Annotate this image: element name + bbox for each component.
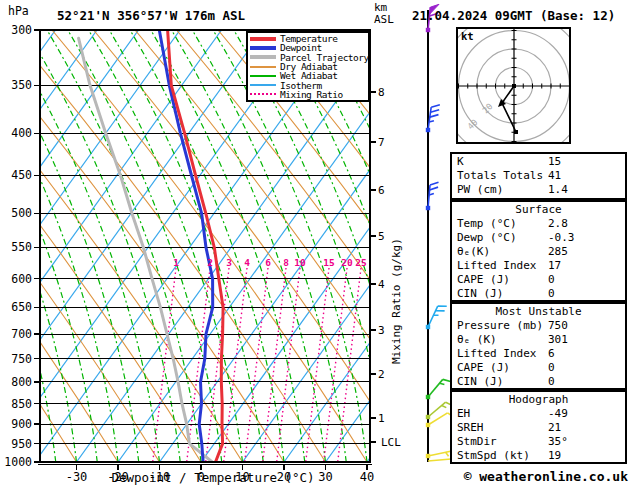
info-box-header: Hodograph [452,393,625,407]
legend-swatch-dry-adiabat [250,66,276,68]
legend-label: Wet Adiabat [280,71,337,80]
hodograph-unit-label: kt [461,30,474,42]
km-tick-label: 8 [378,86,385,99]
mixing-ratio-line [245,268,268,462]
legend-item: Mixing Ratio [250,90,368,99]
legend-label: Mixing Ratio [280,90,343,99]
info-row-value: 301 [548,333,568,347]
barb-shaft [428,379,443,397]
mixing-ratio-label: 2 [207,257,213,268]
info-row-value: 15 [548,155,561,169]
info-row-label: θₑ(K) [457,245,490,258]
info-row-value: 2.8 [548,217,568,231]
info-row: PW (cm)1.4 [452,183,625,197]
mixing-ratio-label: 3 [226,257,232,268]
temp-axis-title: Dewpoint / Temperature (°C) [88,470,338,485]
info-row-label: StmDir [457,435,497,448]
info-box-most-unstable: Most UnstablePressure (mb)750θₑ (K)301Li… [450,302,627,390]
info-row-label: EH [457,407,470,420]
info-row-value: 0 [548,273,555,287]
km-tick-label: 2 [378,368,385,381]
pressure-tick-label: 350 [11,78,32,92]
info-row-value: 750 [548,319,568,333]
km-tick-label: 6 [378,184,385,197]
info-row-value: 41 [548,169,561,183]
info-row-label: PW (cm) [457,183,503,196]
barb-dot [426,395,430,399]
info-row-value: -0.3 [548,231,575,245]
info-row: K15 [452,155,625,169]
datetime-label: 21.04.2024 09GMT (Base: 12) [412,8,615,23]
barb-dot [426,28,430,32]
barb-dot [426,415,430,419]
mixing-ratio-line [187,268,210,462]
km-tick-label: 4 [378,278,385,291]
info-row: StmSpd (kt)19 [452,449,625,463]
mixing-ratio-line [224,268,247,462]
info-box-surface: SurfaceTemp (°C)2.8Dewp (°C)-0.3θₑ(K)285… [450,200,627,302]
pressure-tick-label: 500 [11,206,32,220]
info-row-label: CIN (J) [457,287,503,300]
barb-feather [442,405,446,407]
info-row-label: Lifted Index [457,347,536,360]
pressure-tick-label: 400 [11,126,32,140]
pressure-axis-unit: hPa [8,4,29,18]
pressure-tick-label: 600 [11,272,32,286]
barb-feather [431,110,440,112]
wind-barb [426,306,447,329]
credit-footer: © weatheronline.co.uk [464,469,628,484]
pressure-tick-label: 750 [11,352,32,366]
info-row: Pressure (mb)750 [452,319,625,333]
pressure-tick-label: 1000 [4,455,32,469]
pressure-tick-label: 900 [11,417,32,431]
mixing-ratio-label: 8 [283,257,289,268]
info-row-value: 0 [548,361,555,375]
hodograph-end-marker [514,130,518,134]
info-row: Lifted Index17 [452,259,625,273]
info-row-label: SREH [457,421,484,434]
mixing-ratio-label: 1 [173,257,179,268]
info-row: StmDir35° [452,435,625,449]
temperature-curve [168,30,224,462]
wind-barb [426,379,452,399]
pressure-tick-label: 650 [11,300,32,314]
info-row: CAPE (J)0 [452,273,625,287]
info-row-value: 17 [548,259,561,273]
pressure-tick-label: 950 [11,437,32,451]
info-row-value: 21 [548,421,561,435]
legend-swatch-mixing-ratio [250,93,276,95]
barb-dot [426,206,430,210]
lcl-label: LCL [381,436,401,449]
info-row-label: StmSpd (kt) [457,449,530,462]
km-tick-label: 3 [378,324,385,337]
km-tick-label: 5 [378,230,385,243]
dewpoint-curve [159,30,212,462]
mixing-ratio-label: 10 [294,257,306,268]
mixing-ratio-line [324,268,347,462]
info-row: CIN (J)0 [452,375,625,389]
info-row: EH-49 [452,407,625,421]
info-row: Totals Totals41 [452,169,625,183]
mixing-ratio-label: 20 [341,257,353,268]
info-row-label: Lifted Index [457,259,536,272]
info-row: θₑ(K)285 [452,245,625,259]
km-axis-unit: km ASL [374,2,394,26]
pressure-tick-label: 550 [11,240,32,254]
info-row: CIN (J)0 [452,287,625,301]
pressure-tick-label: 450 [11,168,32,182]
mixing-ratio-axis-title: Mixing Ratio (g/kg) [389,212,403,390]
legend-box: TemperatureDewpointParcel TrajectoryDry … [246,31,370,102]
hodograph-ring-label: 20 [480,101,494,115]
info-box-header: Most Unstable [452,305,625,319]
barb-dot [426,325,430,329]
info-row-label: Pressure (mb) [457,319,543,332]
info-row-label: Dewp (°C) [457,231,517,244]
km-unit-line2: ASL [374,14,394,26]
mixing-ratio-label: 4 [244,257,250,268]
barb-dot [426,454,430,458]
legend-swatch-parcel-trajectory [250,55,276,59]
legend-swatch-temperature [250,37,276,41]
barb-feather [430,187,439,190]
hodograph-ring-label: 40 [465,117,479,131]
km-tick-label: 1 [378,412,385,425]
